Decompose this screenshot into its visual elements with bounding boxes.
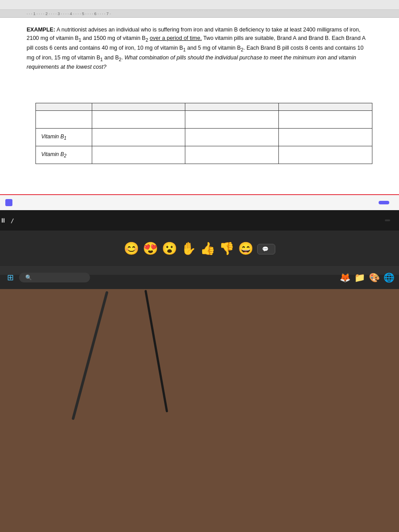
- row-iron-min-req[interactable]: [279, 111, 372, 129]
- emoji-hand[interactable]: ✋: [181, 241, 196, 256]
- row-vitb2-brand-a[interactable]: [92, 146, 185, 164]
- comment-icon: 💬: [262, 246, 269, 252]
- row-vitb1-brand-a[interactable]: [92, 129, 185, 146]
- emoji-heart-eyes[interactable]: 😍: [143, 241, 158, 256]
- row-iron-label: [36, 111, 92, 129]
- vitamin-table: Vitamin B1 Vitamin B2: [35, 103, 372, 164]
- section-b: Vitamin B1 Vitamin B2: [35, 92, 372, 164]
- col-header-brand-a: [92, 103, 185, 111]
- row-vitb1-label: Vitamin B1: [36, 129, 92, 146]
- emoji-surprised[interactable]: 😮: [162, 241, 177, 256]
- monitor: · · · 1 · · · · 2 · · · · 3 · · · · 4 · …: [0, 0, 399, 301]
- emoji-thumbs-up[interactable]: 👍: [200, 241, 215, 256]
- loom-notification-bar: [0, 194, 399, 210]
- taskbar-icons-area: 🦊 📁 🎨 🌐: [340, 272, 395, 283]
- row-vitb2-label: Vitamin B2: [36, 146, 92, 164]
- video-time: /: [11, 217, 14, 224]
- table-row: Vitamin B2: [36, 146, 372, 164]
- taskbar-search[interactable]: 🔍: [19, 273, 90, 282]
- stop-sharing-button[interactable]: [379, 201, 389, 204]
- section-a: [35, 76, 372, 85]
- table-row: Vitamin B1: [36, 129, 372, 146]
- taskbar: ⊞ 🔍 🦊 📁 🎨 🌐: [0, 266, 399, 289]
- col-header-empty: [36, 103, 92, 111]
- example-paragraph: EXAMPLE: A nutritionist advises an indiv…: [27, 26, 372, 72]
- reaction-bar: 😊 😍 😮 ✋ 👍 👎 😄 💬: [0, 231, 399, 266]
- cc-button[interactable]: [385, 219, 390, 221]
- play-pause-button[interactable]: ⏸: [0, 217, 6, 224]
- emoji-laugh[interactable]: 😄: [238, 241, 254, 256]
- row-vitb2-min-req[interactable]: [279, 146, 372, 164]
- row-iron-brand-a[interactable]: [92, 111, 185, 129]
- ai-comment-area: 💬: [257, 242, 275, 254]
- ruler: · · · 1 · · · · 2 · · · · 3 · · · · 4 · …: [0, 10, 399, 18]
- emoji-smile[interactable]: 😊: [124, 241, 139, 256]
- row-iron-brand-b[interactable]: [185, 111, 279, 129]
- taskbar-paint-icon[interactable]: 🎨: [369, 272, 380, 283]
- col-header-brand-b: [185, 103, 279, 111]
- search-icon: 🔍: [25, 274, 32, 281]
- comment-button[interactable]: 💬: [257, 244, 275, 254]
- toolbar: [0, 0, 399, 10]
- loom-logo: [5, 199, 12, 206]
- cable-1: [71, 291, 108, 420]
- video-controls-bar: ⏸ /: [0, 210, 399, 231]
- document-content: EXAMPLE: A nutritionist advises an indiv…: [0, 18, 399, 194]
- taskbar-files-icon[interactable]: 📁: [354, 272, 365, 283]
- table-row: [36, 111, 372, 129]
- row-vitb1-brand-b[interactable]: [185, 129, 279, 146]
- screen: · · · 1 · · · · 2 · · · · 3 · · · · 4 · …: [0, 0, 399, 275]
- col-header-min-req: [279, 103, 372, 111]
- windows-start-button[interactable]: ⊞: [4, 271, 16, 284]
- emoji-thumbs-down[interactable]: 👎: [219, 241, 235, 256]
- cable-2: [145, 290, 168, 413]
- row-vitb1-min-req[interactable]: [279, 129, 372, 146]
- taskbar-browser-icon[interactable]: 🌐: [383, 272, 395, 283]
- taskbar-firefox-icon[interactable]: 🦊: [340, 272, 351, 283]
- desk-area: Esc F1 F2 F3 F4 ~ 1 2 3 4 5 6 Tab ↹ Q W …: [0, 289, 399, 532]
- row-vitb2-brand-b[interactable]: [185, 146, 279, 164]
